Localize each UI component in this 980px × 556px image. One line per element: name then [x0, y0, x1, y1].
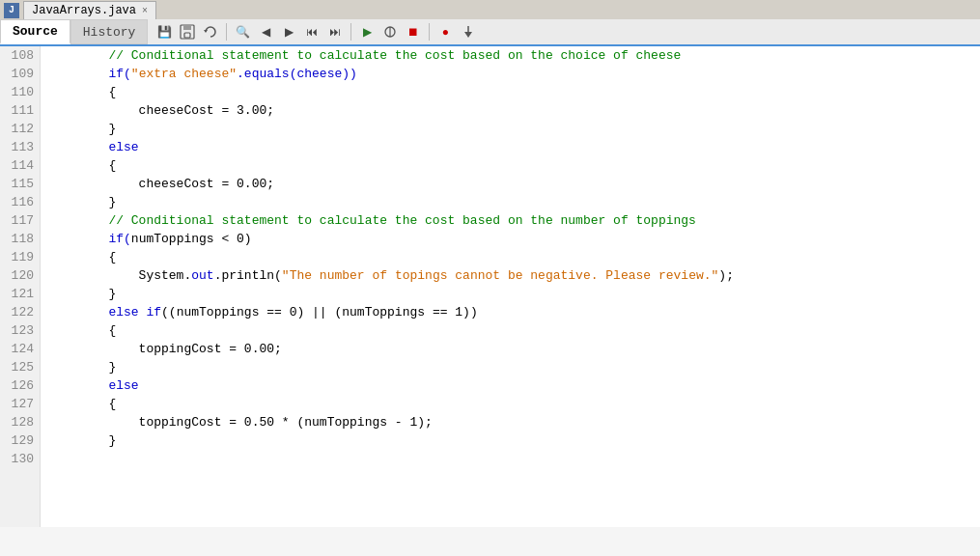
table-row: else — [48, 138, 972, 156]
editor-area: 1081091101111121131141151161171181191201… — [0, 46, 980, 527]
line-number: 127 — [6, 395, 34, 413]
title-bar: J JavaArrays.java × — [0, 0, 980, 21]
table-row: if("extra cheese".equals(cheese)) — [48, 65, 972, 83]
table-row: } — [48, 431, 972, 450]
table-row: } — [48, 285, 972, 303]
line-number: 122 — [6, 303, 34, 321]
table-row: if(numToppings < 0) — [48, 230, 972, 248]
table-row: { — [48, 395, 972, 413]
file-tab-label: JavaArrays.java — [32, 4, 136, 17]
file-icon: J — [4, 3, 19, 18]
file-tab[interactable]: JavaArrays.java × — [23, 1, 156, 20]
line-number: 111 — [6, 101, 34, 120]
line-number: 113 — [6, 138, 34, 156]
line-number: 114 — [6, 156, 34, 175]
prev-match-button[interactable]: ◀ — [255, 21, 276, 42]
save-all-button[interactable] — [177, 21, 198, 42]
run-button[interactable]: ▶ — [356, 21, 378, 42]
svg-rect-1 — [183, 25, 191, 30]
line-number: 108 — [6, 46, 34, 65]
line-numbers: 1081091101111121131141151161171181191201… — [0, 46, 41, 527]
line-number: 116 — [6, 193, 34, 211]
code-content[interactable]: // Conditional statement to calculate th… — [41, 46, 980, 527]
line-number: 118 — [6, 230, 34, 248]
line-number: 119 — [6, 248, 34, 266]
find-button[interactable]: 🔍 — [232, 21, 253, 42]
stop-button[interactable]: ⏹ — [403, 21, 424, 42]
svg-rect-2 — [184, 33, 190, 38]
first-button[interactable]: ⏮ — [301, 21, 322, 42]
line-number: 120 — [6, 266, 34, 285]
line-number: 124 — [6, 340, 34, 358]
table-row: } — [48, 358, 972, 376]
separator-3 — [429, 23, 430, 41]
file-tab-close[interactable]: × — [142, 6, 148, 16]
table-row: toppingCost = 0.50 * (numToppings - 1); — [48, 413, 972, 431]
line-number: 130 — [6, 450, 34, 468]
toggle-breakpoint-button[interactable]: ● — [434, 21, 456, 42]
table-row: // Conditional statement to calculate th… — [48, 211, 972, 230]
last-button[interactable]: ⏭ — [324, 21, 346, 42]
table-row: toppingCost = 0.00; — [48, 340, 972, 358]
line-number: 110 — [6, 83, 34, 101]
table-row: cheeseCost = 3.00; — [48, 101, 972, 120]
line-number: 126 — [6, 376, 34, 395]
table-row: { — [48, 83, 972, 101]
separator-2 — [350, 23, 351, 41]
tab-bar: Source History 💾 🔍 ◀ ▶ ⏮ ⏭ ▶ ⏹ ● — [0, 21, 980, 46]
svg-marker-7 — [464, 32, 472, 38]
table-row: { — [48, 321, 972, 340]
line-number: 117 — [6, 211, 34, 230]
line-number: 125 — [6, 358, 34, 376]
toolbar: 💾 🔍 ◀ ▶ ⏮ ⏭ ▶ ⏹ ● — [148, 19, 980, 44]
table-row: System.out.println("The number of toping… — [48, 266, 972, 285]
line-number: 123 — [6, 321, 34, 340]
line-number: 112 — [6, 120, 34, 138]
line-number: 129 — [6, 431, 34, 450]
line-number: 121 — [6, 285, 34, 303]
debug-button[interactable] — [379, 21, 401, 42]
table-row: // Conditional statement to calculate th… — [48, 46, 972, 65]
tab-source[interactable]: Source — [0, 19, 70, 44]
line-number: 115 — [6, 175, 34, 193]
table-row: cheeseCost = 0.00; — [48, 175, 972, 193]
line-number: 109 — [6, 65, 34, 83]
line-number: 128 — [6, 413, 34, 431]
next-match-button[interactable]: ▶ — [278, 21, 299, 42]
table-row: } — [48, 120, 972, 138]
table-row: else if((numToppings == 0) || (numToppin… — [48, 303, 972, 321]
tab-history[interactable]: History — [70, 19, 149, 44]
table-row: } — [48, 193, 972, 211]
separator-1 — [226, 23, 227, 41]
step-button[interactable] — [458, 21, 479, 42]
table-row: { — [48, 156, 972, 175]
svg-marker-3 — [204, 30, 208, 33]
save-button[interactable]: 💾 — [154, 21, 175, 42]
table-row: else — [48, 376, 972, 395]
revert-button[interactable] — [200, 21, 221, 42]
table-row: { — [48, 248, 972, 266]
